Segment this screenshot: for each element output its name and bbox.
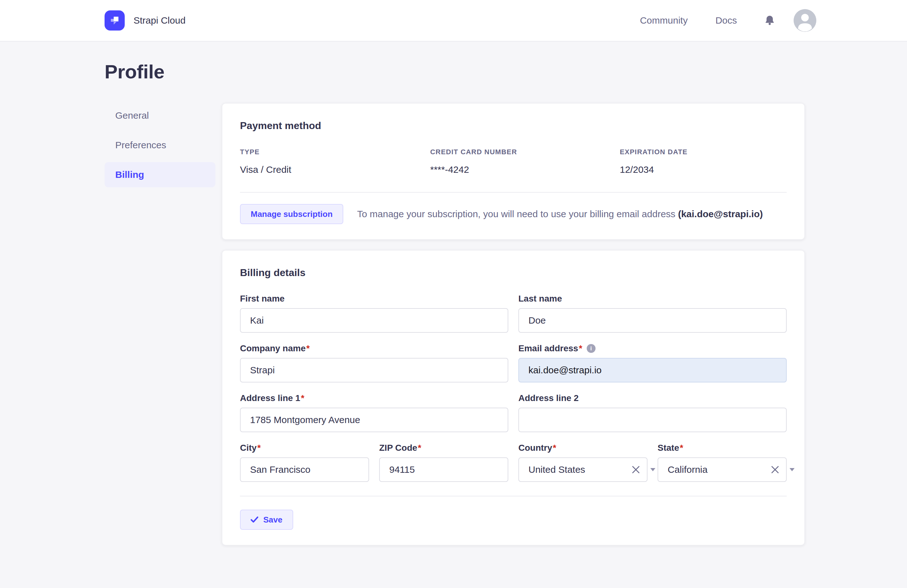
save-label: Save	[263, 515, 282, 525]
location-form-grid: City* ZIP Code* Country*	[240, 443, 787, 482]
payment-type-column: TYPE Visa / Credit	[240, 148, 430, 175]
required-asterisk: *	[301, 393, 304, 403]
last-name-field: Last name	[518, 294, 787, 333]
expiration-value: 12/2034	[620, 164, 787, 175]
credit-card-value: ****-4242	[430, 164, 620, 175]
app-header: Strapi Cloud Community Docs	[0, 0, 907, 42]
payment-info-grid: TYPE Visa / Credit CREDIT CARD NUMBER **…	[240, 148, 787, 175]
profile-sidebar: General Preferences Billing	[104, 103, 215, 192]
zip-code-field: ZIP Code*	[379, 443, 508, 482]
sidebar-item-preferences[interactable]: Preferences	[104, 133, 215, 158]
label-text: City	[240, 443, 257, 453]
clear-icon[interactable]	[632, 465, 640, 474]
check-icon	[251, 516, 258, 523]
manage-subscription-label: Manage subscription	[251, 209, 333, 219]
billing-email-text: (kai.doe@strapi.io)	[678, 209, 763, 219]
credit-card-column: CREDIT CARD NUMBER ****-4242	[430, 148, 620, 175]
brand-name: Strapi Cloud	[133, 15, 186, 26]
clear-icon[interactable]	[771, 465, 779, 474]
company-name-input[interactable]	[240, 358, 508, 382]
billing-details-card: Billing details First name Last name	[222, 250, 805, 545]
required-asterisk: *	[306, 344, 310, 353]
label-text: Last name	[518, 294, 562, 304]
required-asterisk: *	[553, 443, 556, 453]
nav-community[interactable]: Community	[640, 15, 688, 26]
payment-type-value: Visa / Credit	[240, 164, 430, 175]
notifications-button[interactable]	[764, 15, 775, 26]
country-value: United States	[529, 464, 585, 475]
cards-column: Payment method TYPE Visa / Credit CREDIT…	[222, 103, 805, 545]
note-text: To manage your subscription, you will ne…	[357, 209, 678, 219]
manage-subscription-button[interactable]: Manage subscription	[240, 204, 343, 224]
sidebar-item-label: Billing	[115, 169, 144, 180]
zip-code-label: ZIP Code*	[379, 443, 508, 453]
required-asterisk: *	[418, 443, 421, 453]
label-text: Country	[518, 443, 552, 453]
first-name-field: First name	[240, 294, 508, 333]
label-text: Email address	[518, 344, 578, 353]
address-line-2-field: Address line 2	[518, 393, 787, 432]
label-text: First name	[240, 294, 285, 304]
sidebar-item-label: Preferences	[115, 140, 166, 150]
label-text: Address line 2	[518, 393, 578, 403]
billing-details-title: Billing details	[240, 267, 787, 278]
city-label: City*	[240, 443, 369, 453]
address-line-2-label: Address line 2	[518, 393, 787, 403]
chevron-down-icon[interactable]	[789, 468, 795, 471]
address-line-1-input[interactable]	[240, 407, 508, 432]
required-asterisk: *	[579, 344, 582, 353]
company-name-field: Company name*	[240, 344, 508, 382]
brand: Strapi Cloud	[104, 10, 186, 30]
chevron-down-icon[interactable]	[650, 468, 656, 471]
email-field: Email address*i	[518, 344, 787, 382]
first-name-input[interactable]	[240, 308, 508, 333]
sidebar-item-general[interactable]: General	[104, 103, 215, 128]
manage-subscription-row: Manage subscription To manage your subsc…	[240, 204, 787, 224]
payment-method-title: Payment method	[240, 120, 787, 131]
label-text: ZIP Code	[379, 443, 417, 453]
page-title: Profile	[104, 61, 907, 83]
company-name-label: Company name*	[240, 344, 508, 353]
payment-type-label: TYPE	[240, 148, 430, 156]
user-avatar[interactable]	[793, 9, 816, 32]
payment-method-card: Payment method TYPE Visa / Credit CREDIT…	[222, 103, 805, 240]
address-line-2-input[interactable]	[518, 407, 787, 432]
sidebar-item-billing[interactable]: Billing	[104, 162, 215, 187]
zip-code-input[interactable]	[379, 457, 508, 482]
last-name-input[interactable]	[518, 308, 787, 333]
label-text: State	[658, 443, 679, 453]
country-field: Country* United States	[518, 443, 647, 482]
card-divider	[240, 192, 787, 193]
last-name-label: Last name	[518, 294, 787, 304]
credit-card-label: CREDIT CARD NUMBER	[430, 148, 620, 156]
state-value: California	[668, 464, 708, 475]
address-line-1-field: Address line 1*	[240, 393, 508, 432]
header-nav: Community Docs	[640, 9, 816, 32]
save-button[interactable]: Save	[240, 510, 293, 530]
sidebar-item-label: General	[115, 110, 149, 121]
email-input	[518, 358, 787, 382]
save-row: Save	[240, 496, 787, 530]
nav-docs[interactable]: Docs	[716, 15, 737, 26]
state-field: State* California	[658, 443, 787, 482]
main-content: Profile General Preferences Billing Paym…	[0, 42, 907, 545]
label-text: Address line 1	[240, 393, 300, 403]
first-name-label: First name	[240, 294, 508, 304]
bell-icon	[764, 15, 775, 26]
city-field: City*	[240, 443, 369, 482]
required-asterisk: *	[679, 443, 683, 453]
country-combobox[interactable]: United States	[518, 457, 647, 482]
info-icon[interactable]: i	[587, 344, 596, 353]
strapi-logo-icon[interactable]	[104, 10, 125, 30]
label-text: Company name	[240, 344, 306, 353]
country-label: Country*	[518, 443, 647, 453]
address-line-1-label: Address line 1*	[240, 393, 508, 403]
state-combobox[interactable]: California	[658, 457, 787, 482]
expiration-label: EXPIRATION DATE	[620, 148, 787, 156]
user-icon	[793, 9, 816, 32]
city-input[interactable]	[240, 457, 369, 482]
state-label: State*	[658, 443, 787, 453]
required-asterisk: *	[257, 443, 261, 453]
billing-form-grid: First name Last name Company name*	[240, 294, 787, 432]
expiration-column: EXPIRATION DATE 12/2034	[620, 148, 787, 175]
